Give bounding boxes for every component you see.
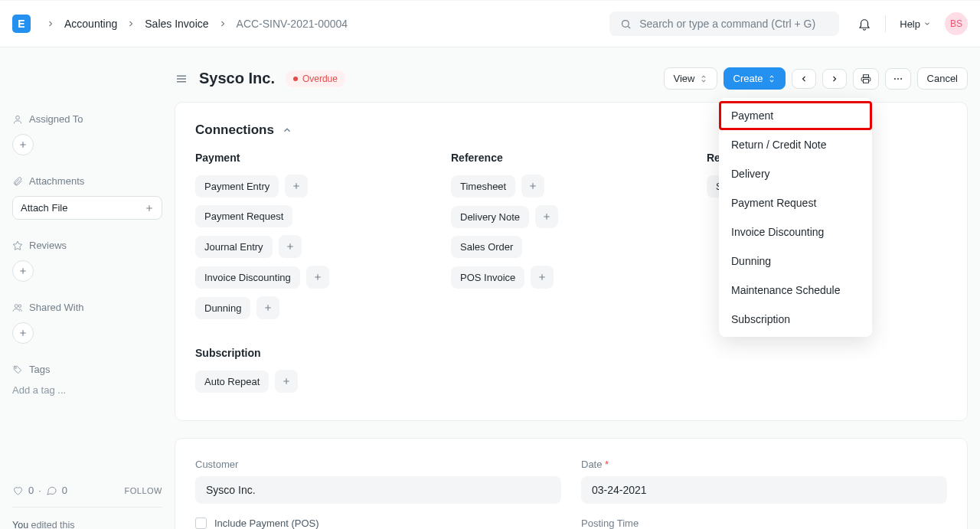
chip-payment-request[interactable]: Payment Request bbox=[195, 205, 292, 227]
svg-point-1 bbox=[16, 116, 20, 119]
users-icon bbox=[12, 302, 23, 313]
divider bbox=[12, 507, 162, 508]
plus-icon bbox=[537, 273, 547, 282]
add-delivery-note[interactable] bbox=[535, 205, 558, 228]
chip-dunning[interactable]: Dunning bbox=[195, 297, 250, 319]
paperclip-icon bbox=[12, 176, 23, 187]
chevron-right-icon bbox=[218, 19, 227, 28]
heart-icon[interactable] bbox=[12, 485, 24, 496]
chip-auto-repeat[interactable]: Auto Repeat bbox=[195, 371, 269, 393]
customer-label: Customer bbox=[195, 459, 561, 470]
view-button[interactable]: View bbox=[664, 67, 717, 90]
include-pos-label: Include Payment (POS) bbox=[214, 518, 319, 529]
app-logo[interactable]: E bbox=[12, 15, 31, 33]
cancel-button[interactable]: Cancel bbox=[917, 67, 968, 90]
plus-icon bbox=[542, 212, 551, 221]
attach-file-button[interactable]: Attach File bbox=[12, 196, 162, 220]
bell-icon[interactable] bbox=[858, 17, 871, 31]
comment-icon[interactable] bbox=[46, 485, 57, 496]
breadcrumb-accounting[interactable]: Accounting bbox=[64, 18, 117, 30]
print-button[interactable] bbox=[853, 68, 879, 90]
svg-point-7 bbox=[894, 78, 896, 80]
add-pos-invoice[interactable] bbox=[531, 266, 554, 289]
hamburger-icon[interactable] bbox=[175, 72, 188, 86]
help-menu[interactable]: Help bbox=[900, 18, 931, 30]
page-title: Sysco Inc. bbox=[199, 70, 275, 87]
separator-dot: · bbox=[38, 485, 41, 496]
svg-point-8 bbox=[897, 78, 899, 80]
create-menu-invoice-discounting[interactable]: Invoice Discounting bbox=[719, 217, 872, 247]
chevron-down-icon bbox=[923, 20, 931, 28]
chip-pos-invoice[interactable]: POS Invoice bbox=[451, 266, 524, 289]
add-dunning[interactable] bbox=[256, 296, 279, 319]
plus-icon bbox=[286, 242, 295, 251]
breadcrumb-doc-id[interactable]: ACC-SINV-2021-00004 bbox=[237, 18, 348, 30]
activity-feed: You edited this 2 days ago You created t… bbox=[12, 518, 162, 529]
tags-label: Tags bbox=[12, 364, 162, 375]
svg-point-4 bbox=[15, 367, 17, 368]
attachments-label: Attachments bbox=[12, 175, 162, 187]
add-assignee-button[interactable] bbox=[12, 134, 34, 155]
payment-heading: Payment bbox=[195, 152, 436, 164]
prev-button[interactable] bbox=[792, 69, 816, 89]
user-icon bbox=[12, 114, 23, 125]
create-button[interactable]: Create bbox=[724, 67, 786, 90]
add-auto-repeat[interactable] bbox=[275, 370, 298, 393]
star-icon bbox=[12, 240, 23, 251]
create-menu-maintenance-schedule[interactable]: Maintenance Schedule bbox=[719, 276, 872, 305]
plus-icon bbox=[145, 204, 154, 213]
chip-timesheet[interactable]: Timesheet bbox=[451, 175, 515, 198]
customer-input[interactable] bbox=[195, 476, 561, 504]
include-pos-checkbox[interactable]: Include Payment (POS) bbox=[195, 518, 561, 529]
create-menu-subscription[interactable]: Subscription bbox=[719, 305, 872, 334]
date-label: Date bbox=[581, 459, 947, 470]
create-menu-dunning[interactable]: Dunning bbox=[719, 247, 872, 276]
chip-payment-entry[interactable]: Payment Entry bbox=[195, 175, 279, 198]
chevron-right-icon bbox=[126, 19, 136, 28]
svg-point-0 bbox=[622, 20, 629, 27]
search-placeholder: Search or type a command (Ctrl + G) bbox=[639, 18, 815, 30]
date-input[interactable] bbox=[581, 476, 947, 504]
attach-file-label: Attach File bbox=[21, 202, 67, 214]
posting-time-label: Posting Time bbox=[581, 518, 947, 529]
add-journal-entry[interactable] bbox=[279, 235, 302, 258]
shared-with-label: Shared With bbox=[12, 302, 162, 313]
add-review-button[interactable] bbox=[12, 260, 34, 282]
user-avatar[interactable]: BS bbox=[945, 12, 968, 35]
next-button[interactable] bbox=[822, 69, 847, 89]
plus-icon bbox=[18, 266, 28, 276]
create-menu-payment-request[interactable]: Payment Request bbox=[719, 188, 872, 217]
chip-sales-order[interactable]: Sales Order bbox=[451, 236, 522, 258]
create-menu-delivery[interactable]: Delivery bbox=[719, 159, 872, 188]
reference-heading: Reference bbox=[451, 152, 691, 164]
status-badge: Overdue bbox=[286, 70, 345, 87]
breadcrumb-sales-invoice[interactable]: Sales Invoice bbox=[145, 18, 208, 30]
breadcrumb: Accounting Sales Invoice ACC-SINV-2021-0… bbox=[46, 18, 348, 30]
add-payment-entry[interactable] bbox=[285, 175, 308, 198]
create-menu-payment[interactable]: Payment bbox=[719, 101, 872, 130]
plus-icon bbox=[18, 328, 28, 338]
svg-point-9 bbox=[900, 78, 902, 80]
more-menu-button[interactable] bbox=[885, 68, 911, 90]
chip-invoice-discounting[interactable]: Invoice Discounting bbox=[195, 266, 300, 289]
comments-count: 0 bbox=[62, 485, 67, 496]
tags-input[interactable]: Add a tag ... bbox=[12, 384, 162, 396]
plus-icon bbox=[282, 377, 291, 386]
chevron-right-icon bbox=[46, 19, 55, 28]
svg-rect-5 bbox=[863, 74, 868, 77]
assigned-to-label: Assigned To bbox=[12, 113, 162, 125]
create-label: Create bbox=[733, 73, 763, 84]
plus-icon bbox=[313, 273, 322, 282]
chip-journal-entry[interactable]: Journal Entry bbox=[195, 236, 273, 258]
follow-button[interactable]: Follow bbox=[125, 486, 162, 495]
add-timesheet[interactable] bbox=[521, 175, 544, 198]
search-icon bbox=[620, 18, 632, 30]
create-menu-return-credit[interactable]: Return / Credit Note bbox=[719, 130, 872, 159]
printer-icon bbox=[861, 73, 871, 84]
add-invoice-discounting[interactable] bbox=[306, 266, 329, 289]
chevron-up-icon[interactable] bbox=[282, 125, 292, 136]
add-share-button[interactable] bbox=[12, 322, 34, 344]
search-input[interactable]: Search or type a command (Ctrl + G) bbox=[609, 11, 839, 36]
chip-delivery-note[interactable]: Delivery Note bbox=[451, 206, 529, 228]
plus-icon bbox=[18, 140, 28, 149]
